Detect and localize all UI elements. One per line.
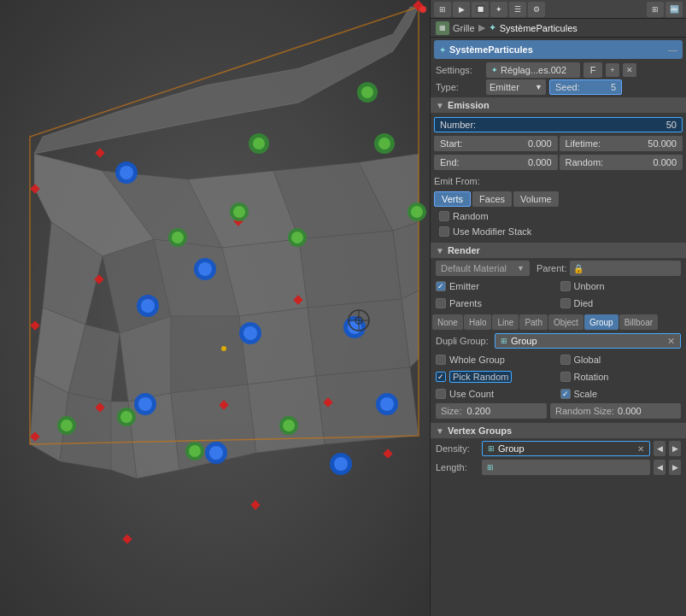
tab-group[interactable]: Group [584,314,619,330]
number-field[interactable]: Number: 50 [434,117,683,132]
faces-btn[interactable]: Faces [472,191,512,207]
material-row: Default Material ▼ Parent: 🔒 [431,260,686,277]
svg-point-77 [189,445,201,457]
emitter-checkbox[interactable] [436,281,446,291]
svg-point-71 [291,232,303,243]
scale-label: Scale [574,389,598,399]
size-field[interactable]: Size: 0.200 [436,403,547,419]
right-panel: ⊞ ▶ 🔲 ✦ ☰ ⚙ ⊞ 🔤 ▦ Grille ▶ ✦ SystèmePart… [430,0,686,616]
lifetime-field[interactable]: Lifetime: 50.000 [560,136,683,151]
toolbar-icon-6[interactable]: ⚙ [528,2,545,17]
verts-btn[interactable]: Verts [434,191,471,207]
emission-content: Number: 50 Start: 0.000 Lifetime: 50.000… [431,114,686,241]
rotation-checkbox[interactable] [560,372,571,382]
type-dropdown[interactable]: Emitter ▼ [486,79,546,95]
density-icon: ⊞ [488,444,495,453]
global-col: Global [560,355,682,365]
density-field[interactable]: ⊞ Group ✕ [482,441,650,456]
viewport[interactable] [0,0,430,616]
modifier-check-row: Use Modifier Stack [434,224,683,239]
svg-point-57 [380,397,394,411]
density-arrow-btn[interactable]: ◀ [654,441,665,456]
top-toolbar: ⊞ ▶ 🔲 ✦ ☰ ⚙ ⊞ 🔤 [431,0,686,19]
global-label: Global [574,355,601,365]
settings-x-btn[interactable]: ✕ [623,63,636,77]
svg-marker-17 [239,308,316,384]
toolbar-icon-3[interactable]: 🔲 [472,2,489,17]
random-checkbox[interactable] [439,211,449,221]
end-field[interactable]: End: 0.000 [434,155,558,170]
died-checkbox[interactable] [560,298,571,308]
dupli-group-field[interactable]: ⊞ Group ✕ [495,333,681,349]
material-dropdown[interactable]: Default Material ▼ [436,261,530,276]
density-row: Density: ⊞ Group ✕ ◀ ▶ [431,440,686,457]
parents-died-row: Parents Died [431,295,686,312]
length-field[interactable]: ⊞ [482,460,650,475]
panel-collapse-btn[interactable]: — [668,44,677,55]
start-field[interactable]: Start: 0.000 [434,136,558,151]
length-arrow-btn[interactable]: ◀ [654,460,665,475]
random-size-field[interactable]: Random Size: 0.000 [550,403,681,419]
breadcrumb-grid[interactable]: Grille [453,23,475,33]
parent-field[interactable]: 🔒 [570,261,681,276]
breadcrumb: ▦ Grille ▶ ✦ SystèmeParticules [431,19,686,38]
toolbar-icon-2[interactable]: ▶ [453,2,470,17]
settings-f-btn[interactable]: F [583,62,602,78]
svg-point-59 [334,457,348,471]
global-checkbox[interactable] [560,355,571,365]
emitter-col: Emitter [436,281,557,291]
settings-field[interactable]: ✦ Réglag...es.002 [486,62,580,78]
dupli-group-x[interactable]: ✕ [667,336,675,347]
toolbar-icon-7[interactable]: ⊞ [647,2,664,17]
whole-group-checkbox[interactable] [436,355,446,365]
length-arrow-btn2[interactable]: ▶ [669,460,681,475]
seed-field[interactable]: Seed: 5 [549,79,622,95]
toolbar-icon-4[interactable]: ✦ [490,2,507,17]
died-col: Died [560,298,682,308]
emission-title: Emission [448,100,490,110]
panel-header-icon: ✦ [439,45,446,55]
emit-from-buttons: Verts Faces Volume [434,191,683,207]
tab-object[interactable]: Object [548,314,583,330]
start-lifetime-row: Start: 0.000 Lifetime: 50.000 [434,135,683,152]
red-marker [419,6,426,13]
svg-point-67 [233,206,245,218]
parents-col: Parents [436,298,557,308]
length-row: Length: ⊞ ◀ ▶ [431,459,686,476]
svg-point-55 [348,320,361,334]
random-field[interactable]: Random: 0.000 [560,155,683,170]
emission-section-header[interactable]: ▼ Emission [431,97,686,113]
settings-plus-btn[interactable]: + [606,63,619,77]
parents-checkbox[interactable] [436,298,446,308]
toolbar-icon-1[interactable]: ⊞ [434,2,451,17]
unborn-checkbox[interactable] [560,281,571,291]
length-icon: ⊞ [487,463,494,472]
volume-btn[interactable]: Volume [513,191,559,207]
render-section-header[interactable]: ▼ Render [431,243,686,258]
tab-none[interactable]: None [432,314,463,330]
toolbar-icon-5[interactable]: ☰ [509,2,526,17]
pick-random-checkbox[interactable] [436,372,446,382]
use-count-checkbox[interactable] [436,389,446,399]
render-tabs: None Halo Line Path Object Group Billboa… [431,314,686,331]
density-x[interactable]: ✕ [637,444,644,454]
tab-halo[interactable]: Halo [464,314,492,330]
modifier-checkbox[interactable] [439,226,449,237]
svg-point-61 [253,138,265,150]
svg-point-81 [411,206,423,218]
vertex-groups-header[interactable]: ▼ Vertex Groups [431,423,686,438]
svg-point-53 [209,446,223,460]
svg-marker-11 [299,231,402,308]
tab-billboard[interactable]: Billboar [619,314,658,330]
panel-header[interactable]: ✦ SystèmeParticules — [434,40,683,59]
density-arrow-btn2[interactable]: ▶ [669,441,681,456]
use-count-col: Use Count [436,389,557,399]
seed-value: 5 [611,82,616,92]
settings-icon: ✦ [491,66,498,74]
scale-checkbox[interactable] [560,389,571,399]
breadcrumb-particle[interactable]: SystèmeParticules [500,23,578,33]
tab-path[interactable]: Path [519,314,548,330]
tab-line[interactable]: Line [492,314,519,330]
toolbar-icon-8[interactable]: 🔤 [665,2,683,17]
modifier-check-label: Use Modifier Stack [453,226,531,237]
